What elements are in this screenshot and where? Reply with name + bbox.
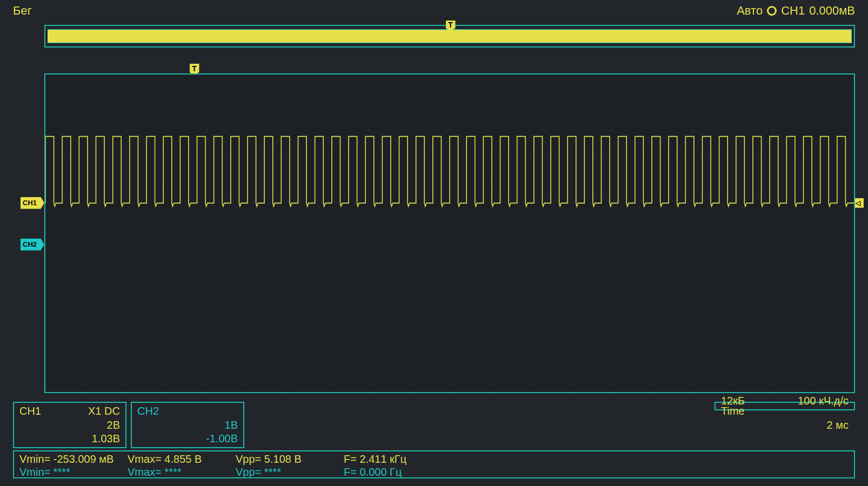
ch2-ground-marker[interactable]: CH2 (21, 239, 44, 251)
svg-rect-94 (126, 170, 126, 170)
ch1-ground-marker[interactable]: CH1 (21, 197, 44, 209)
svg-rect-1237 (636, 193, 636, 194)
svg-rect-658 (692, 90, 692, 91)
svg-rect-159 (166, 360, 167, 361)
svg-rect-1333 (595, 233, 596, 233)
ch1-panel[interactable]: CH1 X1 DC 2В 1.03В (13, 402, 126, 448)
svg-rect-1345 (692, 233, 692, 233)
ch2-panel[interactable]: CH2 1В -1.00В (131, 402, 244, 448)
timebase-panel[interactable]: Time 2 мс 12кБ 100 кЧ.д/с (715, 402, 855, 410)
svg-rect-1235 (619, 193, 620, 194)
svg-rect-1077 (158, 153, 159, 154)
svg-rect-83 (126, 82, 126, 83)
svg-rect-663 (692, 130, 692, 130)
svg-rect-1477 (126, 312, 126, 313)
svg-rect-1740 (619, 392, 620, 392)
svg-rect-248 (288, 90, 288, 91)
svg-rect-1043 (700, 114, 700, 114)
svg-rect-469 (490, 217, 490, 218)
svg-rect-636 (652, 241, 652, 241)
svg-rect-1160 (830, 153, 830, 154)
svg-rect-1757 (757, 392, 757, 392)
svg-rect-395 (409, 281, 410, 281)
svg-rect-1282 (183, 233, 183, 233)
svg-rect-1705 (336, 392, 337, 392)
svg-rect-405 (409, 360, 410, 361)
svg-rect-1267 (61, 233, 62, 233)
svg-rect-1526 (522, 312, 523, 313)
svg-rect-1507 (369, 312, 369, 313)
svg-rect-1737 (595, 392, 596, 392)
svg-rect-455 (490, 106, 490, 106)
memory-overview[interactable]: Т (44, 25, 855, 48)
svg-rect-1167 (69, 193, 70, 194)
svg-rect-1575 (102, 352, 102, 353)
svg-rect-1000 (352, 114, 353, 114)
svg-rect-805 (813, 281, 814, 281)
svg-rect-1749 (692, 392, 692, 392)
svg-rect-1172 (110, 193, 110, 194)
svg-rect-965 (69, 114, 70, 114)
svg-rect-311 (328, 265, 329, 265)
svg-rect-1040 (676, 114, 676, 114)
svg-rect-493 (530, 82, 531, 83)
svg-rect-124 (166, 82, 167, 83)
svg-rect-1645 (667, 352, 668, 353)
svg-rect-1099 (336, 153, 337, 154)
svg-rect-1497 (288, 312, 288, 313)
svg-rect-1339 (644, 233, 644, 233)
svg-rect-1566 (846, 312, 846, 313)
svg-rect-1389 (231, 273, 232, 273)
svg-rect-921 (530, 75, 531, 75)
svg-rect-1499 (304, 312, 304, 313)
svg-rect-1334 (603, 233, 604, 233)
svg-rect-457 (490, 122, 490, 123)
svg-rect-380 (409, 161, 410, 162)
svg-rect-897 (336, 75, 337, 75)
svg-rect-1315 (450, 233, 450, 233)
svg-rect-1413 (425, 273, 426, 273)
svg-rect-299 (328, 170, 329, 170)
svg-rect-1726 (506, 392, 506, 392)
svg-rect-463 (490, 170, 490, 170)
svg-rect-180 (207, 201, 208, 202)
svg-rect-593 (611, 225, 612, 226)
svg-rect-249 (288, 98, 288, 99)
svg-rect-192 (207, 296, 208, 297)
svg-rect-1584 (175, 352, 175, 353)
svg-rect-1521 (482, 312, 482, 313)
svg-rect-770 (773, 328, 773, 329)
svg-rect-1326 (538, 233, 539, 233)
svg-rect-869 (110, 75, 110, 75)
svg-rect-1744 (652, 392, 652, 392)
svg-rect-565 (571, 328, 571, 329)
memory-overview-wave (48, 29, 852, 43)
svg-rect-127 (166, 106, 167, 106)
svg-rect-1013 (457, 114, 458, 114)
svg-rect-1663 (813, 352, 814, 353)
svg-rect-262 (288, 201, 288, 202)
svg-rect-376 (409, 130, 410, 130)
svg-rect-1230 (579, 193, 579, 194)
svg-rect-465 (490, 185, 490, 186)
svg-rect-1522 (490, 312, 490, 313)
svg-rect-387 (409, 217, 410, 218)
measurements-ch1-row: Vmin= -253.009 мВ Vmax= 4.855 В Vpp= 5.1… (19, 453, 849, 465)
svg-rect-679 (692, 257, 692, 258)
svg-rect-1659 (781, 352, 782, 353)
svg-rect-118 (126, 360, 126, 361)
svg-rect-1403 (344, 273, 345, 273)
svg-rect-797 (813, 217, 814, 218)
svg-rect-494 (530, 90, 531, 91)
svg-rect-633 (652, 217, 652, 218)
svg-rect-1661 (797, 352, 798, 353)
svg-rect-973 (134, 114, 135, 114)
svg-rect-1066 (69, 153, 70, 154)
svg-rect-1535 (595, 312, 596, 313)
svg-rect-964 (61, 114, 62, 114)
svg-rect-1636 (595, 352, 596, 353)
waveform-display[interactable] (44, 73, 855, 393)
svg-rect-1121 (514, 153, 515, 154)
svg-rect-1143 (692, 153, 692, 154)
svg-rect-58 (85, 209, 86, 210)
